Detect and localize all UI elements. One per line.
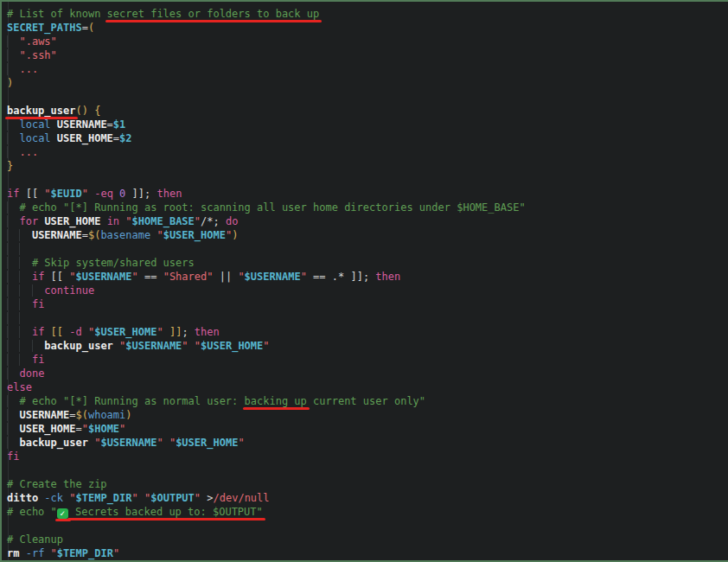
indent-guide	[7, 367, 19, 380]
code-line: # echo "✓ Secrets backed up to: $OUTPUT"	[7, 505, 726, 519]
code-token	[44, 547, 50, 559]
code-token: =	[113, 132, 119, 144]
code-line: ...	[7, 145, 726, 159]
code-token: "	[132, 492, 138, 504]
indent-guide	[7, 146, 19, 158]
indent-guide	[7, 409, 19, 421]
code-token: $TEMP_DIR	[57, 547, 113, 559]
code-line: # echo "[*] Running as root: scanning al…	[7, 201, 726, 214]
code-token: for	[19, 215, 38, 227]
code-token: USER_HOME	[19, 423, 75, 435]
code-token: do	[226, 215, 238, 227]
code-line	[7, 519, 726, 533]
code-token: $USER_HOME	[201, 340, 263, 352]
code-token: SECRET_PATHS	[7, 22, 82, 34]
code-token: "	[69, 492, 75, 504]
code-line: # Cleanup	[7, 533, 726, 546]
code-line: done	[7, 367, 726, 380]
code-token: # Create the zip	[7, 478, 107, 490]
code-token: if	[7, 188, 19, 200]
code-token: $(	[88, 229, 100, 241]
code-line: fi	[7, 297, 726, 311]
code-token: $USER_HOME	[94, 326, 156, 338]
indent-guide	[7, 423, 19, 435]
code-line: backup_user "$USERNAME" "$USER_HOME"	[7, 339, 726, 353]
indent-guide	[7, 395, 19, 407]
indent-guide	[7, 201, 19, 214]
code-token: current user only"	[307, 395, 425, 407]
code-token	[138, 492, 144, 504]
code-token: "	[113, 547, 119, 559]
code-token: # echo "[*] Running as root: scanning al…	[19, 201, 525, 214]
code-token: USER_HOME	[44, 215, 100, 227]
code-token: ...	[19, 146, 38, 158]
code-token: fi	[7, 450, 19, 463]
code-token: if	[32, 326, 44, 338]
code-line	[7, 242, 726, 256]
red-underline-annotation: secret files or folders to back up	[107, 8, 320, 20]
code-token: "	[156, 326, 163, 338]
code-token: $USER_HOME	[163, 229, 226, 241]
code-token: ;	[182, 326, 194, 338]
code-line: ".ssh"	[7, 48, 726, 62]
code-token: ()	[75, 105, 87, 117]
code-token: ".ssh"	[19, 49, 56, 61]
code-token	[44, 326, 50, 338]
code-token: USERNAME	[32, 229, 82, 241]
code-token: local	[19, 118, 50, 131]
code-token: "	[82, 188, 88, 200]
code-token: USER_HOME	[57, 132, 113, 144]
code-token: local	[19, 132, 50, 144]
check-emoji: ✓	[57, 508, 68, 519]
code-token: $EUID	[51, 188, 82, 200]
code-token: done	[19, 367, 44, 380]
code-token: $1	[113, 118, 125, 131]
code-token: ...	[19, 63, 38, 75]
code-line	[7, 311, 726, 325]
code-token: backup_user	[19, 437, 87, 449]
code-token: $2	[119, 132, 131, 144]
code-line	[7, 463, 726, 477]
red-underline-annotation: Secrets backed up to: $OUTPUT"	[69, 506, 263, 518]
code-token: =	[107, 118, 113, 131]
code-token: $USER_HOME	[176, 437, 238, 449]
code-token: fi	[32, 354, 44, 366]
code-token: ]];	[125, 188, 156, 200]
code-token	[100, 215, 106, 227]
code-token: if	[32, 271, 44, 283]
indent-guide	[7, 354, 32, 366]
code-line: if [[ "$USERNAME" == "Shared" || "$USERN…	[7, 270, 726, 284]
code-token: =	[75, 423, 81, 435]
code-token: then	[375, 271, 400, 283]
indent-guide	[7, 257, 32, 269]
code-line: ditto -ck "$TEMP_DIR" "$OUTPUT" >/dev/nu…	[7, 491, 726, 505]
indent-guide	[7, 326, 32, 338]
code-token: rm	[7, 547, 19, 559]
code-token: ".aws"	[19, 35, 56, 48]
code-token: $USERNAME	[125, 340, 182, 352]
code-token: in	[107, 215, 119, 227]
code-token: backup_user	[44, 340, 112, 352]
code-line: USERNAME=$(basename "$USER_HOME")	[7, 228, 726, 242]
code-line	[7, 90, 726, 104]
indent-guide	[7, 229, 32, 241]
code-line: continue	[7, 284, 726, 297]
indent-guide	[7, 49, 19, 61]
indent-guide	[7, 298, 32, 310]
code-token: $USERNAME	[76, 271, 132, 283]
code-token: "	[44, 188, 50, 200]
code-line: # Create the zip	[7, 477, 726, 491]
code-token: -eq	[94, 188, 113, 200]
code-token: -rf	[26, 547, 45, 559]
code-token: "	[132, 271, 138, 283]
code-line: }	[7, 159, 726, 173]
code-token: /dev/null	[214, 492, 270, 504]
code-line	[7, 173, 726, 187]
code-line: backup_user "$USERNAME" "$USER_HOME"	[7, 436, 726, 450]
code-token: [[	[19, 188, 44, 200]
code-token: # echo "	[7, 506, 57, 518]
code-line: if [[ -d "$USER_HOME" ]]; then	[7, 325, 726, 339]
code-line: ...	[7, 62, 726, 76]
code-token: $(	[75, 409, 87, 421]
code-token: (	[88, 22, 94, 34]
